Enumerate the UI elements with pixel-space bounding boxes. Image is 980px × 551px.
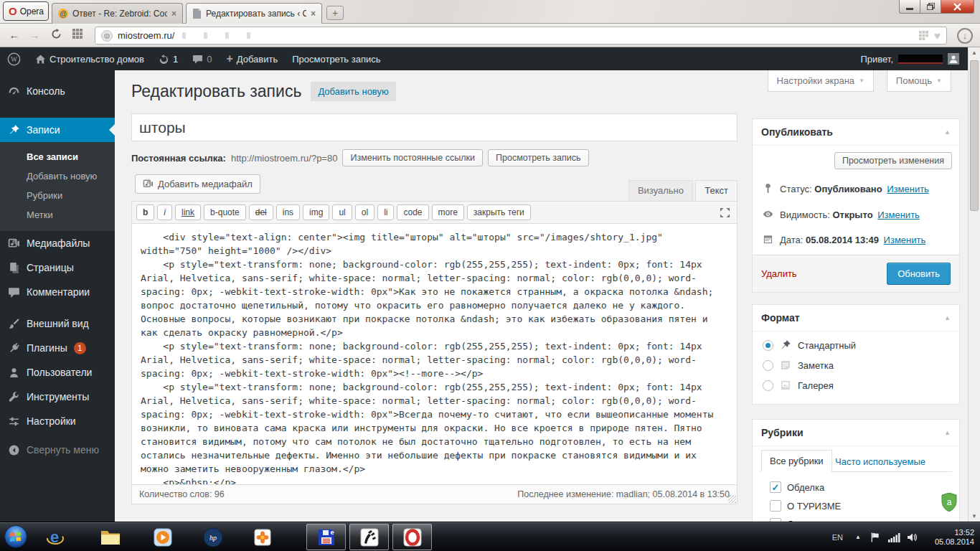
url-field[interactable]: ◍ miostroem.ru/ ♥: [95, 27, 947, 44]
sidebar-item-posts[interactable]: Записи: [0, 118, 115, 142]
updates-menu[interactable]: 1: [151, 47, 185, 70]
sidebar-item-settings[interactable]: Настройки: [0, 409, 115, 433]
quicktag-bold[interactable]: b: [136, 204, 154, 220]
quicktag-blockquote[interactable]: b-quote: [204, 204, 246, 220]
radio-unselected[interactable]: [763, 380, 773, 391]
editor-tab-visual[interactable]: Визуально: [628, 180, 693, 202]
quicktag-del[interactable]: del: [249, 204, 273, 220]
site-name-menu[interactable]: Строительство домов: [28, 47, 151, 70]
radio-selected[interactable]: [763, 340, 773, 351]
help-tab[interactable]: Помощь ▼: [887, 70, 951, 92]
category-item[interactable]: О ТУРИЗМЕ: [770, 500, 951, 512]
language-indicator[interactable]: EN: [832, 522, 843, 551]
quicktag-more[interactable]: more: [432, 204, 464, 220]
wp-logo-menu[interactable]: W: [0, 47, 28, 70]
photo-gallery-icon[interactable]: [252, 527, 273, 548]
comments-menu[interactable]: 0: [185, 47, 219, 70]
bookmark-heart-icon[interactable]: ♥: [934, 29, 941, 42]
format-option-gallery[interactable]: Галерея: [763, 380, 951, 391]
screen-options-tab[interactable]: Настройки экрана ▼: [768, 70, 874, 92]
update-button[interactable]: Обновить: [887, 263, 951, 285]
sidebar-item-appearance[interactable]: Внешний вид: [0, 311, 115, 336]
format-option-aside[interactable]: Заметка: [763, 359, 951, 371]
edit-date-link[interactable]: Изменить: [884, 235, 926, 245]
network-signal-icon[interactable]: [888, 522, 900, 551]
sidebar-item-pages[interactable]: Страницы: [0, 255, 115, 280]
hp-icon[interactable]: hp: [202, 527, 224, 548]
move-to-trash-link[interactable]: Удалить: [761, 268, 797, 279]
panel-toggle-icon[interactable]: ▲: [944, 314, 951, 321]
submenu-add-new[interactable]: Добавить новую: [0, 166, 115, 186]
category-item[interactable]: ✓ Обделка: [770, 481, 951, 493]
quicktag-li[interactable]: li: [377, 204, 394, 220]
browser-tab-mail[interactable]: @ Ответ - Re: Zebroid: Сооб ×: [52, 3, 183, 24]
quicktag-link[interactable]: link: [175, 204, 201, 220]
panel-toggle-icon[interactable]: ▲: [944, 429, 951, 436]
format-option-standard[interactable]: Стандартный: [763, 339, 951, 351]
restore-button[interactable]: [920, 0, 941, 14]
categories-panel-header[interactable]: Рубрики ▲: [753, 420, 959, 446]
tray-expand-icon[interactable]: ▲: [855, 522, 861, 551]
downloads-button[interactable]: ↓: [957, 28, 973, 44]
submenu-tags[interactable]: Метки: [0, 205, 115, 225]
format-panel-header[interactable]: Формат ▲: [753, 305, 959, 331]
taskbar-app-zebroid[interactable]: [349, 524, 389, 550]
sidebar-item-plugins[interactable]: Плагины 1: [0, 336, 115, 360]
back-icon[interactable]: ←: [7, 29, 22, 42]
preview-changes-button[interactable]: Просмотреть изменения: [834, 152, 952, 169]
post-content-textarea[interactable]: <div style="text-align: center"><img tit…: [132, 224, 737, 484]
forward-icon[interactable]: →: [27, 29, 42, 42]
quicktag-ins[interactable]: ins: [276, 204, 300, 220]
scrollbar-thumb[interactable]: [970, 60, 979, 211]
close-button[interactable]: [941, 0, 974, 14]
publish-panel-header[interactable]: Опубликовать ▲: [753, 119, 959, 146]
post-title-input[interactable]: [131, 113, 738, 141]
scroll-up-icon[interactable]: ▲: [969, 50, 980, 56]
start-button[interactable]: [4, 524, 28, 549]
submenu-all-posts[interactable]: Все записи: [0, 147, 115, 166]
scroll-down-icon[interactable]: ▼: [969, 513, 980, 519]
panel-toggle-icon[interactable]: ▲: [944, 128, 951, 136]
browser-scrollbar[interactable]: ▲ ▼: [968, 47, 980, 522]
minimize-button[interactable]: [899, 0, 920, 14]
view-post-button[interactable]: Просмотреть запись: [488, 149, 589, 166]
quicktag-italic[interactable]: i: [157, 204, 172, 220]
tab-frequent-categories[interactable]: Часто используемые: [835, 456, 925, 467]
add-new-menu[interactable]: + Добавить: [219, 47, 285, 70]
reload-icon[interactable]: [49, 29, 63, 42]
clock[interactable]: 13:52 05.08.2014: [924, 522, 974, 551]
action-center-flag-icon[interactable]: [870, 522, 880, 551]
sidebar-item-collapse-menu[interactable]: Свернуть меню: [0, 438, 115, 462]
media-player-icon[interactable]: [152, 527, 174, 548]
sidebar-item-tools[interactable]: Инструменты: [0, 385, 115, 409]
edit-visibility-link[interactable]: Изменить: [877, 209, 920, 220]
sidebar-item-users[interactable]: Пользователи: [0, 360, 115, 385]
radio-unselected[interactable]: [763, 360, 773, 371]
tab-close-icon[interactable]: ×: [171, 9, 176, 19]
extensions-grid-icon[interactable]: [919, 31, 928, 40]
speed-dial-grid-icon[interactable]: [70, 29, 85, 42]
volume-icon[interactable]: [906, 522, 918, 551]
avast-shield-icon[interactable]: a: [941, 493, 957, 514]
sidebar-item-media[interactable]: Медиафайлы: [0, 231, 115, 255]
quicktag-code[interactable]: code: [397, 204, 428, 220]
taskbar-app-editor[interactable]: e: [306, 524, 346, 550]
windows-explorer-icon[interactable]: [100, 527, 121, 548]
edit-status-link[interactable]: Изменить: [887, 184, 929, 194]
checkbox-unchecked[interactable]: [770, 500, 781, 512]
fullscreen-icon[interactable]: [720, 207, 730, 218]
new-tab-button[interactable]: +: [326, 6, 344, 20]
add-new-post-button[interactable]: Добавить новую: [311, 82, 395, 101]
browser-tab-edit-post[interactable]: Редактировать запись ‹ С ×: [186, 3, 322, 24]
editor-tab-text[interactable]: Текст: [695, 180, 738, 202]
internet-explorer-icon[interactable]: e: [44, 527, 65, 548]
quicktag-img[interactable]: img: [303, 204, 329, 220]
quicktag-ol[interactable]: ol: [355, 204, 374, 220]
view-post-menu[interactable]: Просмотреть запись: [285, 47, 387, 70]
checkbox-checked[interactable]: ✓: [770, 481, 781, 493]
edit-permalinks-button[interactable]: Изменить постоянные ссылки: [342, 149, 483, 166]
resize-grip[interactable]: [728, 495, 736, 503]
sidebar-item-comments[interactable]: Комментарии: [0, 280, 115, 304]
submenu-categories[interactable]: Рубрики: [0, 186, 115, 205]
quicktag-ul[interactable]: ul: [332, 204, 352, 220]
